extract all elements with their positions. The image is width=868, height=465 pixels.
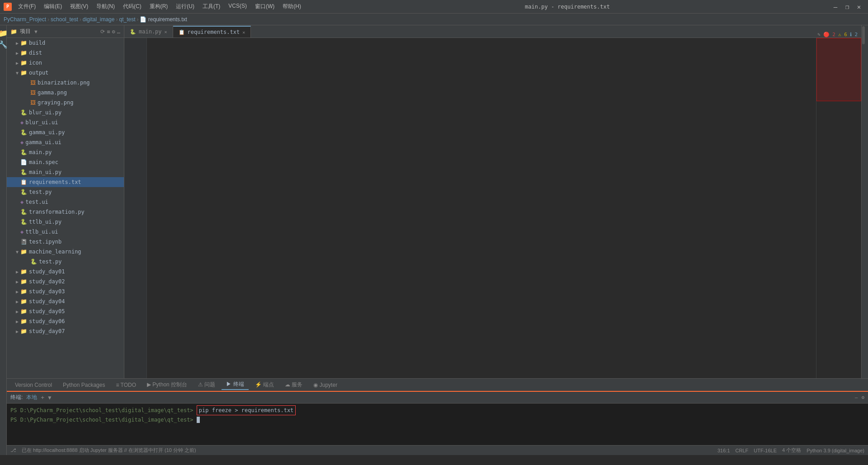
tree-icon[interactable]: ▶📁icon — [7, 58, 124, 68]
menu-refactor[interactable]: 重构(R) — [146, 2, 172, 11]
menu-window[interactable]: 窗口(W) — [251, 2, 278, 11]
tree-study02[interactable]: ▶📁study_day02 — [7, 277, 124, 287]
collapse-all-icon[interactable]: ≡ — [107, 28, 110, 35]
breadcrumb-file[interactable]: 📄 requirements.txt — [140, 16, 187, 23]
menu-help[interactable]: 帮助(H) — [279, 2, 305, 11]
more-icon[interactable]: … — [117, 28, 120, 35]
maximize-button[interactable]: ❐ — [842, 2, 853, 11]
tab-main-py[interactable]: 🐍 main.py ✕ — [124, 26, 173, 38]
tree-machine-learning[interactable]: ▼📁machine_learning — [7, 247, 124, 257]
bottom-toolbar: Version Control Python Packages ≡ TODO ▶… — [7, 378, 868, 391]
app-logo: P — [4, 3, 12, 11]
tree-ttlb-ui[interactable]: ◈ttlb_ui.ui — [7, 227, 124, 237]
tree-dist[interactable]: ▶📁dist — [7, 48, 124, 58]
version-control-tab[interactable]: Version Control — [10, 381, 57, 389]
terminal-prompt-1: PS D:\PyCharm_Project\school_test\digita… — [10, 407, 193, 413]
terminal-tab[interactable]: ▶ 终端 — [222, 380, 248, 390]
tree-gamma-ui[interactable]: ◈gamma_ui.ui — [7, 137, 124, 147]
tree-gamma-py[interactable]: 🐍gamma_ui.py — [7, 127, 124, 137]
scroll-thumb[interactable] — [862, 26, 865, 44]
tree-test-ui[interactable]: ◈test.ui — [7, 197, 124, 207]
close-button[interactable]: ✕ — [854, 2, 864, 11]
tab-requirements[interactable]: 📋 requirements.txt ✕ — [173, 26, 251, 38]
tree-graying[interactable]: 🖼graying.png — [7, 98, 124, 108]
menu-file[interactable]: 文件(F) — [14, 2, 39, 11]
tab-req-close[interactable]: ✕ — [242, 30, 245, 35]
terminal-title: 终端: — [10, 394, 23, 401]
menu-view[interactable]: 视图(V) — [66, 2, 92, 11]
tree-build[interactable]: ▶📁build — [7, 38, 124, 48]
tab-mainpy-close[interactable]: ✕ — [165, 29, 167, 34]
tree-main-ui-py[interactable]: 🐍main_ui.py — [7, 167, 124, 177]
menu-run[interactable]: 运行(U) — [172, 2, 198, 11]
menu-code[interactable]: 代码(C) — [119, 2, 145, 11]
breadcrumb-digital[interactable]: digital_image — [83, 16, 115, 23]
tree-blur-py[interactable]: 🐍blur_ui.py — [7, 108, 124, 117]
tree-study04[interactable]: ▶📁study_day04 — [7, 296, 124, 306]
cursor-position[interactable]: 316:1 — [717, 448, 730, 453]
tree-test-py[interactable]: 🐍test.py — [7, 187, 124, 197]
tree-requirements[interactable]: 📋requirements.txt — [7, 177, 124, 187]
python-interpreter[interactable]: Python 3.9 (digital_image) — [807, 448, 864, 453]
menu-edit[interactable]: 编辑(E) — [40, 2, 66, 11]
services-tab[interactable]: ☁ 服务 — [280, 380, 307, 390]
python-packages-tab[interactable]: Python Packages — [58, 381, 109, 389]
left-sidebar-icons: 📁 🔧 — [0, 25, 7, 455]
jupyter-status: 已在 http://localhost:8888 启动 Jupyter 服务器 … — [22, 447, 196, 454]
tree-study06[interactable]: ▶📁study_day06 — [7, 316, 124, 326]
tree-main-spec[interactable]: 📄main.spec — [7, 157, 124, 167]
code-editor — [124, 38, 861, 378]
tree-test-ipynb[interactable]: 📓test.ipynb — [7, 237, 124, 247]
options-icon[interactable]: ⚙ — [112, 28, 115, 35]
tree-binarization[interactable]: 🖼binarization.png — [7, 78, 124, 88]
jupyter-tab[interactable]: ◉ Jupyter — [309, 381, 342, 389]
tree-blur-ui[interactable]: ◈blur_ui.ui — [7, 117, 124, 127]
terminal-prompt-2: PS D:\PyCharm_Project\school_test\digita… — [10, 417, 193, 423]
menu-nav[interactable]: 导航(N) — [93, 2, 118, 11]
sidebar-title: 📁 项目 ▼ — [10, 28, 38, 35]
breadcrumb-project[interactable]: PyCharm_Project — [4, 16, 46, 23]
window-controls: — ❐ ✕ — [830, 2, 864, 11]
menu-tools[interactable]: 工具(T) — [199, 2, 224, 11]
minimap — [816, 38, 861, 378]
line-numbers — [124, 38, 147, 378]
line-separator[interactable]: CRLF — [736, 448, 749, 453]
add-terminal-button[interactable]: + — [41, 394, 44, 401]
tree-main-py[interactable]: 🐍main.py — [7, 147, 124, 157]
code-content[interactable] — [147, 38, 816, 378]
terminal-minimize[interactable]: — — [855, 395, 858, 400]
file-encoding[interactable]: UTF-16LE — [754, 448, 777, 453]
tree-ml-test[interactable]: 🐍test.py — [7, 257, 124, 267]
tree-study05[interactable]: ▶📁study_day05 — [7, 306, 124, 316]
indent-info[interactable]: 4 个空格 — [782, 447, 801, 454]
sidebar-actions: ⟳ ≡ ⚙ … — [100, 28, 120, 35]
terminal-local-label: 本地 — [26, 394, 37, 401]
tree-study07[interactable]: ▶📁study_day07 — [7, 326, 124, 336]
breadcrumb-qttest[interactable]: qt_test — [119, 16, 135, 23]
problems-tab[interactable]: ⚠ 问题 — [193, 380, 220, 390]
editor-area: 🐍 main.py ✕ 📋 requirements.txt ✕ ✎ 🔴 2 ⚠… — [124, 25, 861, 378]
breadcrumb: PyCharm_Project › school_test › digital_… — [0, 14, 868, 25]
todo-tab[interactable]: ≡ TODO — [111, 381, 141, 389]
terminal-cursor — [197, 417, 200, 423]
tree-gamma-png[interactable]: 🖼gamma.png — [7, 88, 124, 98]
tree-study03[interactable]: ▶📁study_day03 — [7, 287, 124, 296]
sync-icon[interactable]: ⟳ — [100, 28, 105, 35]
editor-tabs: 🐍 main.py ✕ 📋 requirements.txt ✕ ✎ 🔴 2 ⚠… — [124, 25, 861, 38]
breadcrumb-school[interactable]: school_test — [51, 16, 78, 23]
menu-vcs[interactable]: VCS(S) — [225, 2, 250, 11]
main-container: 📁 🔧 📁 项目 ▼ ⟳ ≡ ⚙ … — [0, 25, 868, 455]
terminal-options[interactable]: ▼ — [48, 395, 51, 401]
terminal-line-2: PS D:\PyCharm_Project\school_test\digita… — [10, 415, 864, 424]
file-tree-panel: 📁 项目 ▼ ⟳ ≡ ⚙ … ▶📁build ▶📁dist ▶📁icon — [7, 25, 124, 378]
terminal-controls: — ⚙ — [855, 395, 864, 400]
python-console-tab[interactable]: ▶ Python 控制台 — [142, 380, 192, 390]
tree-transformation[interactable]: 🐍transformation.py — [7, 207, 124, 217]
tree-study01[interactable]: ▶📁study_day01 — [7, 267, 124, 277]
terminal-panel: 终端: 本地 + ▼ — ⚙ PS D:\PyCharm_Project\sch… — [7, 391, 868, 445]
tree-ttlb-py[interactable]: 🐍ttlb_ui.py — [7, 217, 124, 227]
terminal-settings[interactable]: ⚙ — [861, 395, 864, 400]
minimize-button[interactable]: — — [830, 2, 841, 11]
endpoints-tab[interactable]: ⚡ 端点 — [250, 380, 278, 390]
tree-output[interactable]: ▼📁output — [7, 68, 124, 78]
